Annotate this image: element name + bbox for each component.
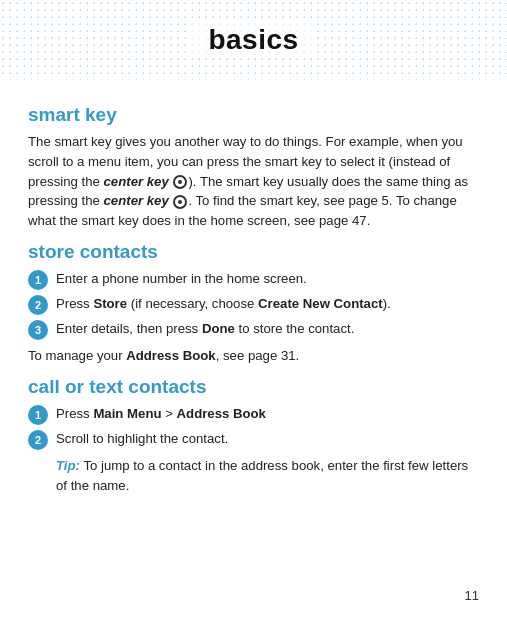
section-heading-store-contacts: store contacts	[28, 241, 479, 263]
header: basics	[0, 0, 507, 80]
page-title: basics	[190, 22, 316, 58]
list-item: 1 Enter a phone number in the home scree…	[28, 269, 479, 290]
list-item: 2 Press Store (if necessary, choose Crea…	[28, 294, 479, 315]
step-number-1: 1	[28, 270, 48, 290]
list-item: 1 Press Main Menu > Address Book	[28, 404, 479, 425]
section-call-or-text: call or text contacts 1 Press Main Menu …	[28, 376, 479, 496]
step-number-2: 2	[28, 295, 48, 315]
list-item: 2 Scroll to highlight the contact.	[28, 429, 479, 450]
smart-key-paragraph: The smart key gives you another way to d…	[28, 132, 479, 231]
center-key-icon	[173, 175, 187, 189]
main-content: smart key The smart key gives you anothe…	[0, 80, 507, 509]
tip-block: Tip: To jump to a contact in the address…	[56, 456, 479, 496]
call-step-1-text: Press Main Menu > Address Book	[56, 404, 479, 424]
step-3-text: Enter details, then press Done to store …	[56, 319, 479, 339]
step-number-2b: 2	[28, 430, 48, 450]
tip-label: Tip:	[56, 458, 80, 473]
section-store-contacts: store contacts 1 Enter a phone number in…	[28, 241, 479, 366]
step-number-3: 3	[28, 320, 48, 340]
step-number-1b: 1	[28, 405, 48, 425]
store-contacts-after: To manage your Address Book, see page 31…	[28, 346, 479, 366]
section-smart-key: smart key The smart key gives you anothe…	[28, 104, 479, 231]
page-number: 11	[465, 588, 479, 603]
center-key-icon2	[173, 195, 187, 209]
call-step-2-text: Scroll to highlight the contact.	[56, 429, 479, 449]
call-text-list: 1 Press Main Menu > Address Book 2 Scrol…	[28, 404, 479, 450]
step-2-text: Press Store (if necessary, choose Create…	[56, 294, 479, 314]
section-heading-smart-key: smart key	[28, 104, 479, 126]
step-1-text: Enter a phone number in the home screen.	[56, 269, 479, 289]
list-item: 3 Enter details, then press Done to stor…	[28, 319, 479, 340]
store-contacts-list: 1 Enter a phone number in the home scree…	[28, 269, 479, 340]
section-heading-call-text: call or text contacts	[28, 376, 479, 398]
tip-text: To jump to a contact in the address book…	[56, 458, 468, 493]
